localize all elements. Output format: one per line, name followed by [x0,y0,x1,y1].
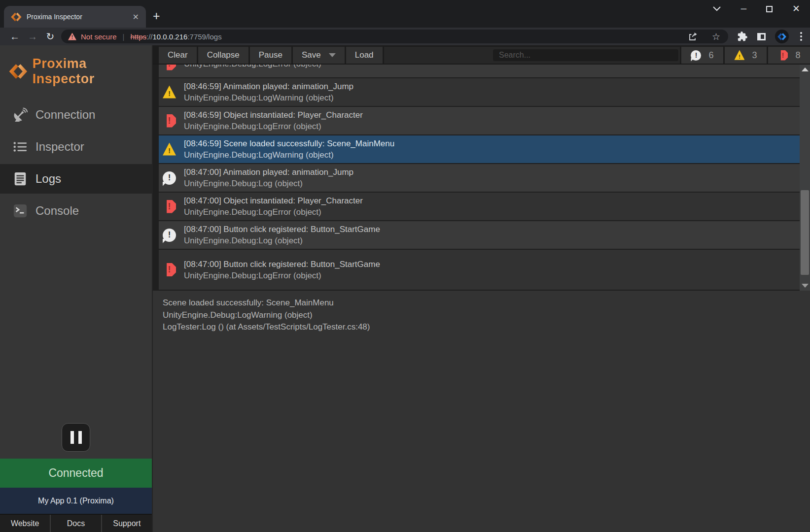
collapse-button[interactable]: Collapse [198,47,250,64]
scroll-up-arrow-icon[interactable] [802,67,809,71]
scroll-down-arrow-icon[interactable] [802,284,809,288]
footer-link-website[interactable]: Website [0,515,50,532]
connection-status-badge: Connected [0,459,152,488]
side-panel-icon[interactable] [757,33,766,40]
info-count-filter[interactable]: ! 6 [680,47,723,64]
log-message: [08:47:00] Button click registered: Butt… [184,224,380,235]
close-icon[interactable]: ✕ [792,4,800,14]
sidebar-item-connection[interactable]: Connection [0,100,152,130]
info-icon: ! [163,229,176,242]
share-icon[interactable] [688,32,698,41]
tab-title: Proxima Inspector [27,13,133,21]
clear-button[interactable]: Clear [153,47,198,64]
log-stack: UnityEngine.Debug:LogWarning (object) [184,149,394,161]
browser-window: Proxima Inspector ✕ + ─ ✕ ← → ↻ ! Not se… [0,0,810,532]
error-icon: ! [777,50,788,61]
sidebar-item-label: Connection [35,108,95,122]
info-icon: ! [163,171,176,185]
extensions-puzzle-icon[interactable] [737,31,748,42]
app-logo: Proxima Inspector [0,45,152,90]
address-bar[interactable]: ! Not secure | https://10.0.0.216:7759/l… [61,30,728,43]
log-list: !UnityEngine.Debug:LogError (object)![08… [153,65,800,291]
window-controls: ─ ✕ [712,4,800,14]
detail-line: LogTester:Log () (at Assets/TestScripts/… [163,321,800,333]
logs-page: Clear Collapse Pause Save Load ! 6 ! 3 [153,45,810,532]
search-input[interactable] [493,49,678,61]
log-stack: UnityEngine.Debug:LogWarning (object) [184,92,353,103]
load-button[interactable]: Load [346,47,384,64]
log-row[interactable]: ![08:46:59] Scene loaded successfully: S… [159,135,800,164]
maximize-icon[interactable] [766,6,773,12]
footer-link-support[interactable]: Support [101,515,152,532]
terminal-icon [13,203,28,218]
log-row[interactable]: ![08:47:00] Button click registered: But… [159,221,800,250]
sidebar-item-logs[interactable]: Logs [0,164,152,194]
error-icon: ! [163,263,176,276]
sidebar-item-console[interactable]: Console [0,196,152,226]
pause-stream-button[interactable] [62,423,90,452]
proxima-favicon-icon [11,12,22,22]
log-scrollbar[interactable] [800,65,810,291]
log-row[interactable]: ![08:47:00] Object instantiated: Player_… [159,193,800,221]
bookmark-star-icon[interactable]: ☆ [712,31,720,42]
sidebar: Proxima Inspector Connection [0,45,153,532]
url-text[interactable]: https://10.0.0.216:7759/logs [130,33,221,41]
log-message: [08:47:00] Object instantiated: Player_C… [184,195,363,206]
log-message: [08:47:00] Animation played: animation_J… [184,166,353,178]
profile-avatar[interactable] [775,30,789,43]
error-count-filter[interactable]: ! 8 [767,47,810,64]
log-row[interactable]: ![08:47:00] Button click registered: But… [159,250,800,291]
log-row[interactable]: ![08:46:59] Animation played: animation_… [159,78,800,107]
avatar-logo-icon [777,33,786,41]
log-stack: UnityEngine.Debug:LogError (object) [184,65,321,69]
log-message: [08:46:59] Object instantiated: Player_C… [184,109,363,121]
pause-icon [70,431,74,444]
browser-tab[interactable]: Proxima Inspector ✕ [4,6,146,28]
new-tab-button[interactable]: + [153,10,160,22]
browser-titlebar: Proxima Inspector ✕ + ─ ✕ [0,0,810,28]
log-stack: UnityEngine.Debug:Log (object) [184,235,380,246]
pause-button[interactable]: Pause [250,47,293,64]
error-count: 8 [795,50,800,61]
warning-count-filter[interactable]: ! 3 [723,47,767,64]
browser-navbar: ← → ↻ ! Not secure | https://10.0.0.216:… [0,28,810,45]
app-info-bar: My App 0.1 (Proxima) [0,488,152,514]
detail-line: UnityEngine.Debug:LogWarning (object) [163,309,800,322]
log-stack: UnityEngine.Debug:LogError (object) [184,121,363,132]
scrollbar-thumb[interactable] [801,190,809,275]
sidebar-item-label: Logs [35,172,61,186]
log-row[interactable]: ![08:47:00] Animation played: animation_… [159,164,800,193]
sidebar-item-inspector[interactable]: Inspector [0,132,152,162]
omnibox-separator: | [123,33,125,41]
error-icon: ! [163,65,176,70]
info-icon: ! [691,50,701,61]
save-button[interactable]: Save [293,47,346,64]
browser-menu-icon[interactable] [798,32,804,41]
back-icon[interactable]: ← [6,31,24,42]
sidebar-footer: Website Docs Support [0,514,152,532]
satellite-icon [13,107,28,122]
error-icon: ! [163,200,176,213]
log-message: [08:46:59] Scene loaded successfully: Sc… [184,138,394,149]
footer-link-docs[interactable]: Docs [50,515,101,532]
log-row[interactable]: !UnityEngine.Debug:LogError (object) [159,65,800,78]
document-icon [13,171,28,186]
not-secure-label[interactable]: Not secure [81,33,117,41]
log-message: [08:47:00] Button click registered: Butt… [184,259,380,270]
proxima-logo-icon [9,63,28,80]
not-secure-warning-icon[interactable]: ! [68,33,76,40]
minimize-icon[interactable]: ─ [741,4,746,14]
tab-search-chevron-icon[interactable] [712,6,721,12]
forward-icon[interactable]: → [24,31,41,42]
log-row[interactable]: ![08:46:59] Object instantiated: Player_… [159,107,800,135]
warning-icon: ! [163,86,176,99]
tab-close-icon[interactable]: ✕ [133,12,139,22]
log-stack: UnityEngine.Debug:Log (object) [184,178,353,189]
reload-icon[interactable]: ↻ [41,31,59,42]
save-dropdown-caret-icon[interactable] [329,53,336,57]
info-count: 6 [708,50,713,61]
list-icon [13,139,28,154]
error-icon: ! [163,114,176,128]
log-stack: UnityEngine.Debug:LogError (object) [184,206,363,218]
app-title: Proxima Inspector [33,56,152,87]
